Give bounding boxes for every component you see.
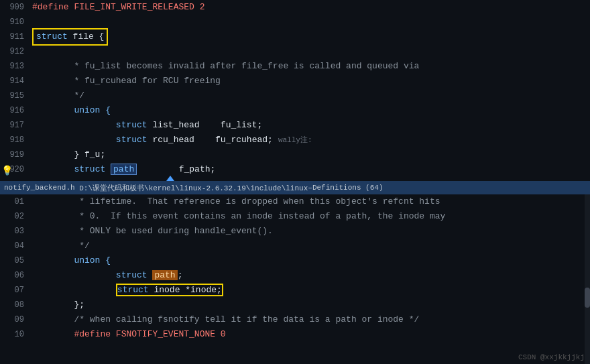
line-content: union {: [32, 253, 583, 268]
code-token: struct: [116, 270, 148, 280]
table-row: 💡 920 struct path f_path;: [0, 162, 590, 177]
line-content: * fu_rcuhead for RCU freeing: [32, 74, 583, 88]
path-highlight: path: [111, 164, 137, 175]
code-token: [32, 329, 74, 339]
code-token: } f_u;: [32, 149, 105, 160]
status-path: D:\课堂代码和板书\kernel\linux-2.6.32.19\includ…: [79, 183, 308, 193]
table-row: 03 * ONLY be used during handle_event().: [0, 224, 590, 239]
status-filename: notify_backend.h: [4, 184, 75, 192]
line-content: struct file {: [32, 28, 583, 46]
code-token: * 0. If this event contains an inode ins…: [32, 211, 445, 221]
line-number: 05: [0, 253, 32, 268]
line-content: } f_u;: [32, 147, 583, 162]
code-token: list_head fu_list;: [148, 120, 263, 130]
code-token: struct: [117, 285, 149, 295]
line-number: 913: [0, 59, 32, 74]
code-token: * fu_rcuhead for RCU freeing: [32, 76, 221, 86]
arrow-indicator: [166, 176, 174, 181]
line-number: 09: [0, 312, 32, 327]
table-row: 10 #define FSNOTIFY_EVENT_NONE 0: [0, 327, 590, 342]
line-content: union {: [32, 103, 583, 118]
code-token: struct: [116, 135, 148, 145]
status-label: Definitions (64): [312, 184, 384, 192]
code-token: };: [32, 300, 84, 310]
scrollbar-thumb[interactable]: [585, 288, 590, 308]
line-content: struct path f_path;: [32, 162, 583, 177]
inode-box-highlight: struct inode *inode;: [116, 284, 223, 296]
table-row: 919 } f_u;: [0, 147, 590, 162]
line-number: 919: [0, 147, 32, 162]
path-orange-highlight: path: [152, 270, 177, 280]
annotation: wally注:: [278, 136, 312, 144]
line-number: 912: [0, 44, 32, 59]
line-content: };: [32, 298, 583, 312]
table-row: 01 * lifetime. That reference is dropped…: [0, 194, 590, 209]
table-row: 02 * 0. If this event contains an inode …: [0, 209, 590, 224]
line-number: 04: [0, 239, 32, 253]
line-content: * 0. If this event contains an inode ins…: [32, 209, 583, 224]
line-content: struct path;: [32, 268, 583, 283]
line-content: #define FSNOTIFY_EVENT_NONE 0: [32, 327, 583, 342]
table-row: 918 struct rcu_head fu_rcuhead;wally注:: [0, 133, 590, 147]
table-row: 07 struct inode *inode;: [0, 283, 590, 298]
line-number: 10: [0, 327, 32, 342]
table-row: 914 * fu_rcuhead for RCU freeing: [0, 74, 590, 88]
line-content: /* when calling fsnotify tell it if the …: [32, 312, 583, 327]
line-number: 02: [0, 209, 32, 224]
code-token: * fu_list becomes invalid after file_fre…: [32, 61, 419, 71]
table-row: 06 struct path;: [0, 268, 590, 283]
table-row: 916 union {: [0, 103, 590, 118]
line-content: */: [32, 239, 583, 253]
line-content: #define FILE_INT_WRITE_RELEASED 2: [32, 0, 583, 15]
code-token: struct: [36, 32, 68, 42]
status-dash: –: [308, 184, 312, 192]
code-token: * lifetime. That reference is dropped wh…: [32, 196, 440, 206]
table-row: 910: [0, 15, 590, 29]
lightbulb-icon: 💡: [1, 164, 13, 178]
bottom-pane: 01 * lifetime. That reference is dropped…: [0, 194, 590, 364]
line-number: 914: [0, 74, 32, 88]
table-row: 913 * fu_list becomes invalid after file…: [0, 59, 590, 74]
watermark: CSDN @xxjkkjjkj: [518, 353, 585, 361]
top-code-area: 909 #define FILE_INT_WRITE_RELEASED 2 91…: [0, 0, 590, 177]
line-number: 909: [0, 0, 32, 15]
code-token: struct: [116, 120, 148, 130]
table-row: 911 struct file {: [0, 29, 590, 44]
line-number: 915: [0, 88, 32, 103]
line-number: 910: [0, 15, 32, 29]
line-content: * lifetime. That reference is dropped wh…: [32, 194, 583, 209]
table-row: 08 };: [0, 298, 590, 312]
code-token: [32, 270, 116, 280]
code-token: union {: [32, 255, 111, 265]
editor-container: 909 #define FILE_INT_WRITE_RELEASED 2 91…: [0, 0, 590, 364]
line-number: 08: [0, 298, 32, 312]
code-token: [32, 135, 116, 145]
table-row: 912: [0, 44, 590, 59]
line-number: 918: [0, 133, 32, 147]
line-content: * fu_list becomes invalid after file_fre…: [32, 59, 583, 74]
line-number: 06: [0, 268, 32, 283]
line-number: 03: [0, 224, 32, 239]
code-token: ;: [178, 270, 183, 280]
table-row: 09 /* when calling fsnotify tell it if t…: [0, 312, 590, 327]
code-token: */: [32, 241, 90, 251]
status-separator: [75, 184, 80, 192]
line-number: 💡 920: [0, 162, 32, 177]
code-token: inode *inode;: [149, 285, 222, 295]
code-token: #define FILE_INT_WRITE_RELEASED 2: [32, 2, 204, 12]
line-number: 916: [0, 103, 32, 118]
table-row: 04 */: [0, 239, 590, 253]
scrollbar[interactable]: [585, 194, 590, 364]
code-token: [105, 164, 111, 174]
line-content: * ONLY be used during handle_event().: [32, 224, 583, 239]
code-token: rcu_head fu_rcuhead;: [148, 135, 273, 145]
code-token: [32, 285, 116, 295]
line-number: 911: [0, 29, 32, 44]
code-token: file {: [68, 32, 105, 42]
code-token: */: [32, 90, 84, 101]
bottom-code-area: 01 * lifetime. That reference is dropped…: [0, 194, 590, 342]
line-number: 07: [0, 283, 32, 298]
table-row: 917 struct list_head fu_list;: [0, 118, 590, 133]
line-content: struct rcu_head fu_rcuhead;wally注:: [32, 133, 583, 147]
code-token: f_path;: [137, 164, 215, 174]
